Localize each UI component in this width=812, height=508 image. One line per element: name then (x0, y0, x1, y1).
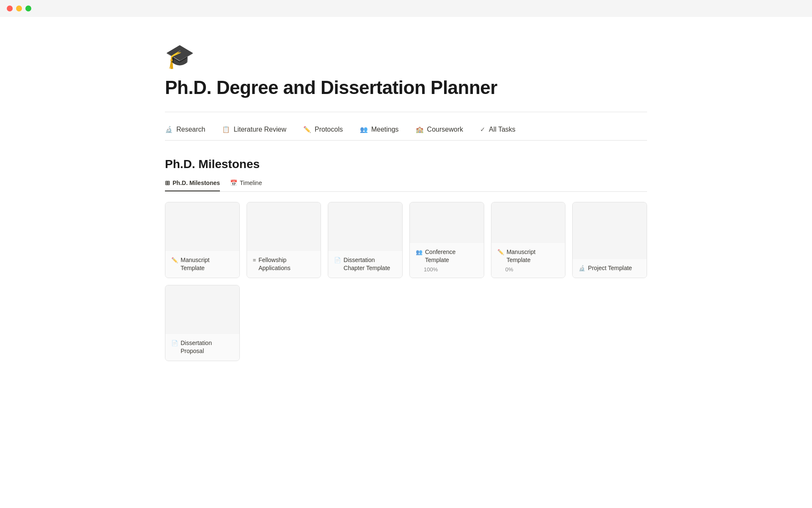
card-manuscript-template-1[interactable]: ✏️ Manuscript Template (165, 202, 240, 278)
card-dissertation-proposal[interactable]: 📄 Dissertation Proposal (165, 285, 240, 361)
card-body-5 (491, 202, 565, 243)
subtab-milestones-label: Ph.D. Milestones (173, 179, 220, 186)
card-label-3: 📄 Dissertation Chapter Template (334, 256, 396, 273)
card-label-7: 📄 Dissertation Proposal (171, 339, 233, 356)
manuscript-icon-2: ✏️ (497, 248, 504, 256)
subtab-timeline-icon: 📅 (230, 179, 237, 186)
nav-label-literature: Literature Review (233, 126, 286, 133)
conference-icon: 👥 (416, 248, 422, 256)
project-icon: 🔬 (579, 265, 585, 272)
nav-item-literature[interactable]: 📋 Literature Review (222, 122, 286, 137)
subtab-timeline-label: Timeline (240, 179, 262, 186)
card-label-1: ✏️ Manuscript Template (171, 256, 233, 273)
card-footer-4: 👥 Conference Template 100% (410, 243, 484, 278)
subtab-milestones[interactable]: ⊞ Ph.D. Milestones (165, 179, 220, 191)
nav-item-coursework[interactable]: 🏫 Coursework (416, 122, 463, 137)
subtab-milestones-icon: ⊞ (165, 179, 170, 186)
card-footer-6: 🔬 Project Template (573, 259, 647, 278)
meetings-icon: 👥 (360, 126, 368, 133)
nav-label-protocols: Protocols (315, 126, 343, 133)
subtab-timeline[interactable]: 📅 Timeline (230, 179, 262, 191)
nav-label-all-tasks: All Tasks (489, 126, 516, 133)
main-content: 🎓 Ph.D. Degree and Dissertation Planner … (131, 17, 681, 395)
sub-tabs: ⊞ Ph.D. Milestones 📅 Timeline (165, 179, 647, 192)
milestones-section: Ph.D. Milestones ⊞ Ph.D. Milestones 📅 Ti… (165, 157, 647, 361)
nav-label-coursework: Coursework (427, 126, 463, 133)
fellowship-icon: ≡ (253, 257, 256, 264)
card-meta-5: 0% (497, 266, 560, 273)
page-icon: 🎓 (165, 42, 647, 70)
nav-tabs: 🔬 Research 📋 Literature Review ✏️ Protoc… (165, 122, 647, 137)
card-body-6 (573, 202, 647, 259)
nav-label-research: Research (176, 126, 205, 133)
nav-item-meetings[interactable]: 👥 Meetings (360, 122, 399, 137)
card-body-4 (410, 202, 484, 243)
nav-label-meetings: Meetings (371, 126, 399, 133)
card-footer-1: ✏️ Manuscript Template (165, 251, 239, 278)
maximize-button[interactable] (25, 6, 31, 11)
card-meta-4: 100% (416, 266, 478, 273)
manuscript-icon-1: ✏️ (171, 257, 178, 264)
header-divider (165, 112, 647, 112)
card-body-7 (165, 285, 239, 334)
close-button[interactable] (7, 6, 13, 11)
card-footer-7: 📄 Dissertation Proposal (165, 334, 239, 361)
coursework-icon: 🏫 (416, 126, 424, 133)
card-dissertation-chapter[interactable]: 📄 Dissertation Chapter Template (328, 202, 403, 278)
card-body-3 (328, 202, 402, 251)
card-fellowship-applications[interactable]: ≡ Fellowship Applications (247, 202, 321, 278)
milestones-title: Ph.D. Milestones (165, 157, 647, 171)
card-footer-3: 📄 Dissertation Chapter Template (328, 251, 402, 278)
card-body-1 (165, 202, 239, 251)
nav-item-protocols[interactable]: ✏️ Protocols (303, 122, 343, 137)
cards-row-2: 📄 Dissertation Proposal (165, 285, 647, 361)
proposal-icon: 📄 (171, 340, 178, 347)
cards-row-1: ✏️ Manuscript Template ≡ Fellowship Appl… (165, 202, 647, 278)
protocols-icon: ✏️ (303, 126, 311, 133)
card-label-4: 👥 Conference Template (416, 248, 478, 265)
card-label-5: ✏️ Manuscript Template (497, 248, 560, 265)
card-manuscript-template-2[interactable]: ✏️ Manuscript Template 0% (491, 202, 566, 278)
card-conference-template[interactable]: 👥 Conference Template 100% (409, 202, 484, 278)
page-title: Ph.D. Degree and Dissertation Planner (165, 77, 647, 98)
title-bar (0, 0, 812, 17)
card-project-template[interactable]: 🔬 Project Template (572, 202, 647, 278)
card-footer-2: ≡ Fellowship Applications (247, 251, 321, 278)
card-footer-5: ✏️ Manuscript Template 0% (491, 243, 565, 278)
card-body-2 (247, 202, 321, 251)
all-tasks-icon: ✓ (480, 126, 486, 133)
nav-item-all-tasks[interactable]: ✓ All Tasks (480, 122, 516, 137)
dissertation-chapter-icon: 📄 (334, 257, 341, 264)
card-label-6: 🔬 Project Template (579, 264, 641, 273)
card-label-2: ≡ Fellowship Applications (253, 256, 315, 273)
research-icon: 🔬 (165, 126, 173, 133)
literature-icon: 📋 (222, 126, 230, 133)
minimize-button[interactable] (16, 6, 22, 11)
nav-divider (165, 140, 647, 141)
nav-item-research[interactable]: 🔬 Research (165, 122, 205, 137)
